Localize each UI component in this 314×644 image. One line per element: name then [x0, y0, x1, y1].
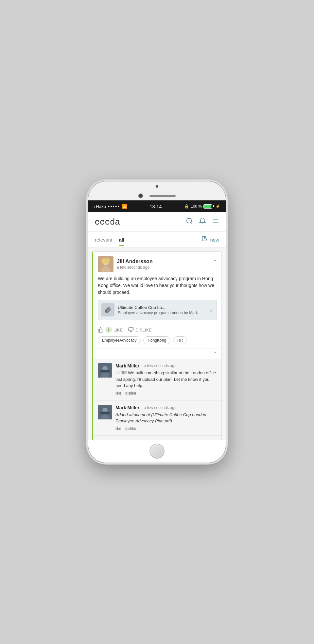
comment-actions-1: like dislike	[115, 391, 217, 396]
comments-section: Mark Miller - a few seconds ago Hi Jill!…	[93, 359, 221, 440]
signal-dots: ●●●●●	[108, 205, 120, 208]
tab-all[interactable]: all	[119, 237, 124, 246]
post-author: Jill Andersson a few seconds ago	[98, 256, 153, 272]
tag-employee-advocacy[interactable]: EmployeeAdvocacy	[98, 336, 141, 344]
status-back: ‹ Haku	[94, 204, 106, 209]
phone-speaker	[149, 195, 176, 197]
comment-author-2: Mark Miller	[115, 405, 139, 410]
attachment-title: Ultimate Coffee Cup Lo...	[118, 305, 206, 310]
post-body: We are building an employee advocacy pro…	[93, 275, 221, 300]
comment-header-1: Mark Miller - a few seconds ago	[115, 363, 217, 368]
post-author-info: Jill Andersson a few seconds ago	[117, 259, 153, 270]
attachment-paperclip-icon	[101, 303, 114, 316]
status-carrier: Haku	[96, 204, 106, 209]
comment-item: Mark Miller - a few seconds ago Hi Jill!…	[93, 359, 221, 400]
comment-header-2: Mark Miller - a few seconds ago	[115, 405, 217, 410]
collapse-icon[interactable]: ⌃	[213, 350, 217, 357]
phone-dot	[156, 185, 158, 188]
author-time: a few seconds ago	[117, 265, 153, 270]
comment-item-3: Jill Andersson - a few seconds ago Hi Ma…	[93, 436, 221, 440]
wifi-icon: 📶	[122, 204, 127, 209]
search-icon[interactable]	[186, 217, 193, 226]
attachment-block[interactable]: Ultimate Coffee Cup Lo... Employee advoc…	[98, 300, 217, 320]
dislike-button[interactable]: DISLIKE	[128, 327, 152, 333]
attachment-info: Ultimate Coffee Cup Lo... Employee advoc…	[118, 305, 206, 315]
svg-point-14	[105, 258, 110, 264]
comment-content-1: Mark Miller - a few seconds ago Hi Jill!…	[115, 363, 217, 396]
svg-rect-18	[100, 370, 110, 372]
phone-camera-area	[88, 191, 226, 200]
feed-container: Jill Andersson a few seconds ago ⌄ We ar…	[88, 247, 226, 440]
back-chevron: ‹	[94, 204, 95, 209]
like-label: LIKE	[113, 328, 123, 332]
app-header: eeeda	[88, 212, 226, 232]
charging-icon: ⚡	[216, 204, 220, 209]
post-footer-bar: ⌃	[93, 348, 221, 359]
new-label: new	[210, 237, 219, 243]
tag-hongkong[interactable]: HongKong	[143, 336, 170, 344]
new-button[interactable]: new	[201, 236, 219, 247]
comment-body-2: Added attachment (Ultimate Coffee Cup Lo…	[115, 412, 217, 424]
svg-point-13	[101, 258, 106, 264]
comment-content-2: Mark Miller - a few seconds ago Added at…	[115, 405, 217, 431]
app-logo: eeeda	[95, 217, 120, 227]
post-card: Jill Andersson a few seconds ago ⌄ We ar…	[92, 251, 222, 440]
battery-percent: 100 %	[191, 204, 202, 209]
phone-top-bar	[88, 181, 226, 191]
svg-rect-22	[100, 412, 110, 414]
attachment-chevron-icon: ⌄	[209, 307, 213, 313]
author-name: Jill Andersson	[117, 259, 153, 264]
post-header: Jill Andersson a few seconds ago ⌄	[93, 252, 221, 275]
like-count: 1	[105, 327, 112, 333]
comment-time-1: - a few seconds ago	[141, 364, 176, 368]
avatar-jill	[98, 256, 113, 272]
new-post-icon	[201, 236, 208, 244]
tabs-bar: relevant all new	[88, 232, 226, 247]
status-right: 🔒 100 % ⚡	[184, 204, 220, 209]
comment-like-2[interactable]: like	[115, 426, 121, 431]
battery-icon	[203, 204, 214, 209]
avatar-mark-1	[98, 363, 112, 378]
menu-icon[interactable]	[212, 217, 219, 226]
phone-frame: ‹ Haku ●●●●● 📶 13.14 🔒 100 % ⚡ eeeda	[88, 181, 226, 463]
tag-hr[interactable]: HR	[173, 336, 187, 344]
status-time: 13.14	[149, 204, 162, 209]
comment-item-2: Mark Miller - a few seconds ago Added at…	[93, 400, 221, 436]
post-tags: EmployeeAdvocacy HongKong HR	[93, 336, 221, 348]
comment-like-1[interactable]: like	[115, 391, 121, 396]
attachment-subtitle: Employee advocacy program London by Mark	[118, 311, 206, 315]
app-screen: eeeda	[88, 212, 226, 440]
bell-icon[interactable]	[199, 217, 206, 226]
home-button[interactable]	[149, 444, 165, 459]
phone-bottom	[88, 440, 226, 463]
comment-author-1: Mark Miller	[115, 363, 139, 368]
post-actions: 1 LIKE DISLIKE	[93, 324, 221, 336]
comment-actions-2: like dislike	[115, 426, 217, 431]
like-button[interactable]: 1 LIKE	[98, 327, 123, 333]
svg-line-1	[191, 222, 192, 224]
comment-time-2: - a few seconds ago	[141, 405, 176, 410]
status-bar: ‹ Haku ●●●●● 📶 13.14 🔒 100 % ⚡	[88, 200, 226, 212]
phone-camera	[138, 194, 143, 198]
dislike-label: DISLIKE	[135, 328, 152, 332]
comment-dislike-1[interactable]: dislike	[125, 391, 136, 396]
tab-relevant[interactable]: relevant	[95, 237, 112, 246]
header-icons	[186, 217, 219, 226]
post-expand-icon[interactable]: ⌄	[213, 256, 217, 263]
lock-icon: 🔒	[184, 204, 189, 209]
comment-body-1: Hi Jill! We built something similar at t…	[115, 370, 217, 389]
tabs-left: relevant all	[95, 237, 124, 246]
status-left: ‹ Haku ●●●●● 📶	[94, 204, 127, 209]
comment-dislike-2[interactable]: dislike	[125, 426, 136, 431]
avatar-mark-2	[98, 405, 112, 419]
